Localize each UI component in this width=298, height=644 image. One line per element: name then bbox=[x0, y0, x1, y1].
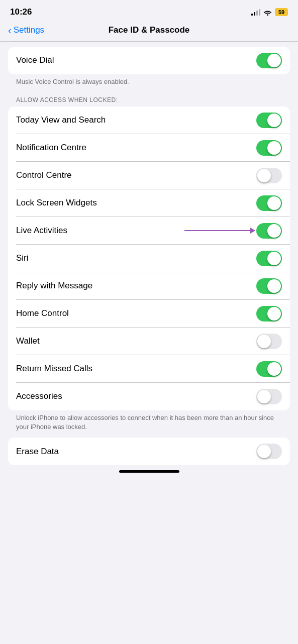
lock-screen-widgets-row: Lock Screen Widgets bbox=[8, 189, 290, 217]
erase-data-row: Erase Data bbox=[8, 438, 290, 465]
voice-dial-label: Voice Dial bbox=[16, 55, 54, 65]
wallet-label: Wallet bbox=[16, 336, 40, 346]
notification-centre-row: Notification Centre bbox=[8, 134, 290, 162]
toggle-knob bbox=[257, 390, 271, 403]
toggle-knob bbox=[267, 141, 281, 155]
notification-centre-toggle[interactable] bbox=[256, 140, 282, 156]
nav-bar: ‹ Settings Face ID & Passcode bbox=[0, 21, 298, 41]
voice-dial-row: Voice Dial bbox=[8, 47, 290, 74]
toggle-knob bbox=[267, 279, 281, 293]
today-view-toggle[interactable] bbox=[256, 113, 282, 128]
home-control-row: Home Control bbox=[8, 300, 290, 328]
wallet-toggle[interactable] bbox=[256, 334, 282, 349]
reply-with-message-toggle[interactable] bbox=[256, 278, 282, 294]
back-label: Settings bbox=[14, 25, 44, 35]
accessories-toggle[interactable] bbox=[256, 389, 282, 404]
voice-control-note: Music Voice Control is always enabled. bbox=[8, 74, 290, 92]
live-activities-row: Live Activities bbox=[8, 217, 290, 245]
live-activities-toggle[interactable] bbox=[256, 223, 282, 239]
home-bar bbox=[119, 470, 179, 473]
toggle-knob bbox=[267, 196, 281, 210]
toggle-knob bbox=[267, 114, 281, 127]
lock-screen-widgets-label: Lock Screen Widgets bbox=[16, 198, 97, 208]
toggle-knob bbox=[267, 362, 281, 376]
siri-row: Siri bbox=[8, 245, 290, 272]
home-control-toggle[interactable] bbox=[256, 306, 282, 321]
siri-label: Siri bbox=[16, 253, 29, 263]
today-view-label: Today View and Search bbox=[16, 115, 106, 125]
arrow-line bbox=[184, 230, 255, 231]
toggle-knob bbox=[267, 307, 281, 320]
toggle-knob bbox=[257, 445, 271, 458]
control-centre-toggle[interactable] bbox=[256, 168, 282, 183]
reply-with-message-label: Reply with Message bbox=[16, 281, 92, 291]
wallet-row: Wallet bbox=[8, 328, 290, 355]
top-divider bbox=[0, 41, 298, 42]
accessories-note: Unlock iPhone to allow accessories to co… bbox=[8, 410, 290, 438]
status-time: 10:26 bbox=[10, 7, 32, 17]
reply-with-message-row: Reply with Message bbox=[8, 272, 290, 300]
battery-indicator: 59 bbox=[275, 8, 288, 16]
erase-data-section: Erase Data bbox=[0, 438, 298, 465]
erase-data-toggle[interactable] bbox=[256, 444, 282, 459]
notification-centre-label: Notification Centre bbox=[16, 143, 86, 153]
toggle-knob bbox=[267, 224, 281, 238]
allow-access-header: ALLOW ACCESS WHEN LOCKED: bbox=[8, 92, 290, 106]
voice-dial-card: Voice Dial bbox=[8, 47, 290, 74]
return-missed-calls-label: Return Missed Calls bbox=[16, 364, 92, 374]
allow-access-card: Today View and Search Notification Centr… bbox=[8, 106, 290, 410]
status-bar: 10:26 59 bbox=[0, 0, 298, 21]
signal-icon bbox=[251, 9, 260, 16]
page-title: Face ID & Passcode bbox=[109, 25, 190, 35]
toggle-knob bbox=[257, 335, 271, 348]
accessories-row: Accessories bbox=[8, 383, 290, 410]
home-control-label: Home Control bbox=[16, 308, 69, 318]
toggle-knob bbox=[267, 252, 281, 265]
erase-data-card: Erase Data bbox=[8, 438, 290, 465]
voice-dial-toggle[interactable] bbox=[256, 53, 282, 68]
toggle-knob bbox=[267, 54, 281, 67]
return-missed-calls-toggle[interactable] bbox=[256, 361, 282, 377]
arrow-annotation bbox=[184, 230, 255, 231]
siri-toggle[interactable] bbox=[256, 251, 282, 266]
toggle-knob bbox=[257, 169, 271, 182]
back-button[interactable]: ‹ Settings bbox=[8, 25, 44, 35]
control-centre-row: Control Centre bbox=[8, 162, 290, 189]
today-view-row: Today View and Search bbox=[8, 106, 290, 134]
wifi-icon bbox=[263, 9, 272, 16]
erase-data-label: Erase Data bbox=[16, 447, 59, 457]
voice-dial-section: Voice Dial Music Voice Control is always… bbox=[0, 47, 298, 92]
home-indicator bbox=[0, 465, 298, 477]
status-icons: 59 bbox=[251, 8, 288, 16]
allow-access-section: ALLOW ACCESS WHEN LOCKED: Today View and… bbox=[0, 92, 298, 438]
lock-screen-widgets-toggle[interactable] bbox=[256, 195, 282, 211]
return-missed-calls-row: Return Missed Calls bbox=[8, 355, 290, 383]
accessories-label: Accessories bbox=[16, 391, 62, 401]
chevron-left-icon: ‹ bbox=[8, 25, 12, 35]
live-activities-label: Live Activities bbox=[16, 226, 67, 236]
control-centre-label: Control Centre bbox=[16, 170, 72, 180]
